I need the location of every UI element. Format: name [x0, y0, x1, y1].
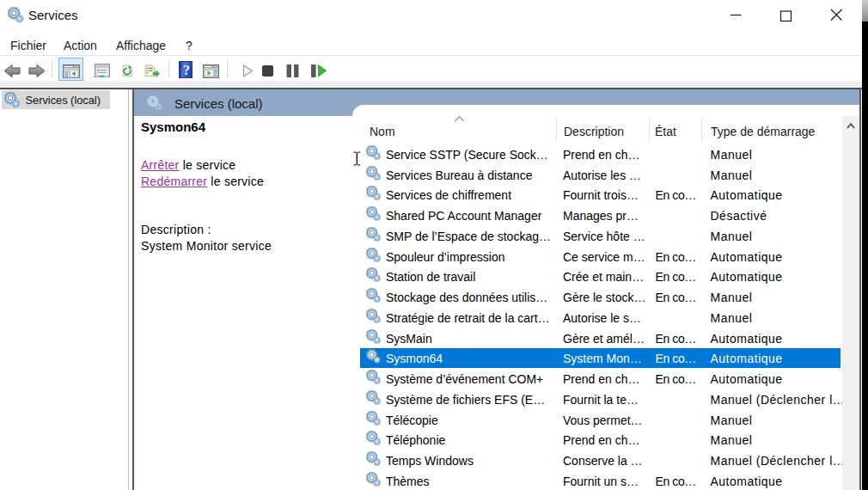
- svg-text:?: ?: [183, 63, 190, 77]
